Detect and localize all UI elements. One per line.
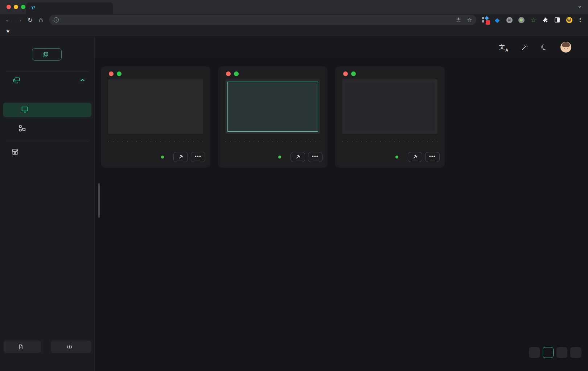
magic-wand-icon[interactable] (521, 44, 528, 51)
tab-strip: ⌄ (0, 0, 588, 14)
site-info-icon[interactable]: i (54, 17, 59, 22)
status-badge (278, 156, 283, 158)
status-dot (278, 156, 281, 158)
pagination (529, 347, 581, 358)
tab-search-icon[interactable]: ⌄ (577, 2, 582, 9)
zoom-window-button[interactable] (21, 5, 25, 9)
user-avatar[interactable] (560, 42, 571, 53)
extensions-row: ◆ ⌘ ☆ (482, 17, 572, 23)
dot-extension-icon[interactable] (518, 17, 525, 23)
red-dot (109, 71, 114, 76)
star-extension-icon[interactable]: ☆ (530, 17, 536, 23)
selected-chart[interactable] (227, 82, 318, 132)
new-project-button[interactable] (32, 48, 62, 61)
prev-page-button[interactable] (529, 347, 540, 358)
project-card-list: ••• ••• (101, 66, 445, 168)
bookmarks-star-icon: ★ (6, 28, 10, 34)
dotted-divider (108, 141, 203, 142)
red-dot (343, 71, 348, 76)
puzzle-extensions-icon[interactable] (542, 17, 548, 23)
project-card[interactable]: ••• (101, 66, 210, 168)
favicon (30, 5, 36, 11)
edit-project-button[interactable] (291, 152, 305, 162)
share-icon[interactable] (456, 17, 461, 23)
code-icon (66, 344, 73, 350)
green-dot (117, 71, 122, 76)
close-window-button[interactable] (7, 5, 11, 9)
gem-extension-icon[interactable]: ◆ (494, 17, 501, 23)
browser-tab[interactable] (26, 2, 113, 14)
repo-button[interactable] (51, 341, 91, 353)
template-flow-icon (18, 124, 26, 132)
storefront-icon (11, 148, 19, 156)
next-page-button[interactable] (556, 347, 567, 358)
dark-mode-moon-icon[interactable]: ☾ (540, 42, 548, 52)
dotted-divider (342, 141, 437, 142)
project-card[interactable]: ••• (335, 66, 445, 168)
extension-grid-icon[interactable] (482, 17, 489, 23)
status-dot (161, 156, 164, 158)
reading-list-icon[interactable] (554, 17, 560, 23)
green-dot (351, 71, 356, 76)
more-actions-button[interactable]: ••• (308, 152, 322, 162)
new-tab-button[interactable] (115, 3, 126, 13)
project-preview[interactable] (225, 79, 320, 134)
screen: ⌄ ← → ↻ ⌂ i ☆ ◆ ⌘ ☆ (0, 0, 588, 371)
project-preview[interactable] (342, 79, 437, 134)
status-badge (395, 156, 400, 158)
window-controls (7, 5, 25, 9)
back-icon[interactable]: ← (3, 15, 14, 25)
more-actions-button[interactable]: ••• (425, 152, 440, 162)
sidebar-divider (6, 71, 89, 72)
status-dot (395, 156, 398, 158)
sidebar-item-template-market[interactable] (0, 144, 94, 159)
monitor-icon (21, 106, 29, 114)
project-card[interactable]: ••• (218, 66, 328, 168)
status-badge (161, 156, 166, 158)
main-area: 文A ☾ ••• (95, 36, 588, 371)
reload-icon[interactable]: ↻ (25, 15, 36, 25)
sidebar (0, 36, 95, 371)
minimize-window-button[interactable] (14, 5, 18, 9)
bookmark-star-icon[interactable]: ☆ (467, 17, 472, 23)
language-icon[interactable]: 文A (499, 44, 508, 51)
card-dots (343, 71, 356, 76)
home-icon[interactable]: ⌂ (36, 15, 46, 25)
sidebar-divider (6, 142, 89, 142)
forward-icon[interactable]: → (14, 15, 25, 25)
more-actions-button[interactable]: ••• (191, 152, 205, 162)
extension-badge (486, 20, 490, 25)
browser-menu-icon[interactable]: ⋮ (577, 17, 583, 23)
edit-project-button[interactable] (173, 152, 188, 162)
chevron-up-icon[interactable] (80, 79, 85, 82)
edit-project-button[interactable] (408, 152, 422, 162)
bookmarks-bar: ★ (0, 26, 588, 36)
card-dots (109, 71, 122, 76)
project-preview[interactable] (108, 79, 203, 134)
green-dot (234, 71, 239, 76)
sidebar-item-my-templates[interactable] (0, 121, 94, 135)
emoji-extension-icon[interactable] (566, 17, 572, 23)
sidebar-item-all-projects[interactable] (3, 103, 91, 117)
project-screens-icon (12, 77, 20, 84)
red-dot (226, 71, 231, 76)
card-dots (226, 71, 239, 76)
dotted-divider (225, 141, 320, 142)
current-page-button[interactable] (543, 347, 554, 358)
page-header: 文A ☾ (95, 36, 588, 58)
address-bar[interactable]: i ☆ (49, 15, 476, 25)
page-size-select[interactable] (570, 347, 581, 358)
scrollbar-thumb[interactable] (98, 183, 100, 218)
command-extension-icon[interactable]: ⌘ (506, 17, 513, 23)
browser-toolbar: ← → ↻ ⌂ i ☆ ◆ ⌘ ☆ (0, 14, 588, 26)
docs-button[interactable] (4, 341, 41, 353)
sidebar-section-project[interactable] (0, 74, 94, 86)
new-copy-icon (42, 51, 49, 58)
document-icon (18, 344, 24, 350)
bookmarks-root[interactable]: ★ (6, 28, 13, 34)
